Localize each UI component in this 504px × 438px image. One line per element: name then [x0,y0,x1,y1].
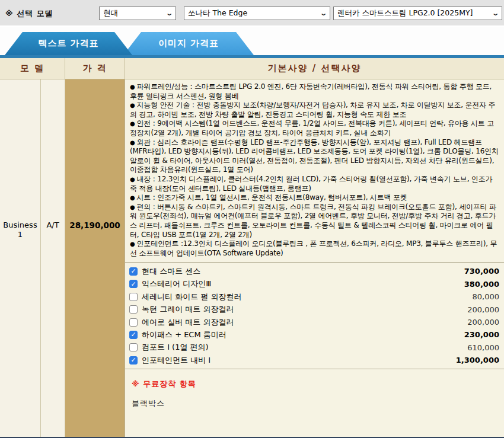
option-row: 세레니티 화이트 펄 외장컬러80,000 [129,290,499,303]
spec-list: ●파워트레인/성능 : 스마트스트림 LPG 2.0 엔진, 6단 자동변속기(… [125,79,504,262]
option-price: 610,000 [467,343,499,352]
option-label: 익스테리어 디자인Ⅲ [142,279,211,289]
option-row: ✓인포테인먼트 내비 I1,300,000 [129,354,499,366]
bullet-icon: ● [130,204,135,210]
select-model-label: ※ 선택 모델 [5,8,53,19]
trim-select[interactable]: 렌터카 스마트스트림 LPG2.0 [2025MY] ⌄ [333,7,502,20]
bullet-icon: ● [130,241,135,247]
spec-line: ●편의 : 버튼시동 & 스마트키, 스마트키 원격시동, 스마트 트렁크, 전… [130,203,499,239]
option-checkbox[interactable]: ✓ [129,267,138,276]
transmission: A/T [41,220,65,230]
option-row: 컴포트 I (1열 편의)610,000 [129,341,499,354]
option-label: 현대 스마트 센스 [142,266,200,277]
option-label: 하이패스 + ECM 룸미러 [142,330,227,340]
chevron-down-icon: ⌄ [165,9,173,17]
free-items-title: ※ 무료장착 항목 [132,379,499,389]
option-label: 에어로 실버 매트 외장컬러 [142,317,234,328]
spec-line: ●안전 : 9에어백 시스템(1열 어드밴스드, 운전석 무릎, 1/2열 사이… [130,119,499,138]
spec-line: ●파워트레인/성능 : 스마트스트림 LPG 2.0 엔진, 6단 자동변속기(… [130,82,499,101]
free-item: 블랙박스 [132,398,499,409]
option-checkbox[interactable] [129,293,138,301]
option-row: ✓익스테리어 디자인Ⅲ380,000 [129,278,499,290]
bullet-icon: ● [130,139,135,146]
maker-select[interactable]: 현대 ⌄ [99,7,176,20]
chevron-down-icon: ⌄ [492,9,499,17]
option-row: ✓현대 스마트 센스730,000 [129,265,499,277]
bullet-icon: ● [130,120,135,127]
option-row: 녹턴 그레이 매트 외장컬러200,000 [129,303,499,315]
spec-option-cell: ●파워트레인/성능 : 스마트스트림 LPG 2.0 엔진, 6단 자동변속기(… [125,79,504,437]
option-price: 230,000 [464,330,499,339]
option-price: 200,000 [467,305,499,314]
header-model: 모 델 [0,58,65,79]
bullet-icon: ● [130,176,135,183]
maker-select-value: 현대 [103,8,118,18]
option-label: 녹턴 그레이 매트 외장컬러 [142,304,234,315]
spec-line: ●지능형 안전 기술 : 전방 충돌방지 보조(차량/보행자/자전거 탑승자),… [130,101,499,119]
price-cell: 28,190,000 [65,79,125,437]
option-checkbox[interactable] [129,318,138,327]
option-price: 730,000 [464,267,499,276]
option-row: 에어로 실버 매트 외장컬러200,000 [129,316,499,328]
tab-image-price[interactable]: 이미지 가격표 [123,32,254,55]
bullet-icon: ● [130,194,135,201]
free-item-list: 블랙박스 [132,398,499,409]
model-name-cell: Business 1 [0,79,41,437]
option-label: 인포테인먼트 내비 I [142,355,210,366]
table-header: 모 델 가 격 기본사양 / 선택사양 [0,58,504,79]
header-price: 가 격 [65,58,125,79]
option-label: 세레니티 화이트 펄 외장컬러 [142,292,241,302]
option-checkbox[interactable]: ✓ [129,331,138,339]
model-select[interactable]: 쏘나타 The Edge ⌄ [184,7,330,20]
spec-line: ●내장 : 12.3인치 디스플레이, 클러스터(4.2인치 컬러 LCD), … [130,175,499,193]
free-items-section: ※ 무료장착 항목 블랙박스 [125,369,504,409]
option-checkbox[interactable]: ✓ [129,356,138,365]
option-row: ✓하이패스 + ECM 룸미러230,000 [129,328,499,341]
option-checkbox[interactable]: ✓ [129,280,138,288]
tab-text-price[interactable]: 텍스트 가격표 [5,32,132,55]
bullet-icon: ● [130,102,135,108]
option-price: 380,000 [464,280,499,289]
trim-row: Business 1 A/T 28,190,000 ●파워트레인/성능 : 스마… [0,79,504,438]
option-label: 컴포트 I (1열 편의) [142,342,209,353]
spec-line: ●시트 : 인조가죽 시트, 1열 열선시트, 운전석 전동시트(8way, 럼… [130,193,499,203]
option-price: 200,000 [467,318,499,327]
price-table-tabs: 텍스트 가격표 이미지 가격표 [0,27,504,55]
option-price: 80,000 [473,292,500,301]
header-spec: 기본사양 / 선택사양 [125,58,504,79]
bullet-icon: ● [130,84,135,90]
trim-price: 28,190,000 [65,220,125,230]
transmission-cell: A/T [41,79,65,437]
option-price: 1,300,000 [456,356,499,365]
trim-select-value: 렌터카 스마트스트림 LPG2.0 [2025MY] [337,8,473,18]
model-select-value: 쏘나타 The Edge [188,8,247,18]
option-list: ✓현대 스마트 센스730,000✓익스테리어 디자인Ⅲ380,000세레니티 … [125,262,504,369]
spec-line: ●인포테인먼트 :12.3인치 디스플레이 오디오(블루링크 , 폰 프로젝션,… [130,239,499,258]
option-checkbox[interactable] [129,305,138,314]
model-name: Business 1 [0,220,40,239]
spec-line: ●외관 : 심리스 호라이즌 램프(수평형 LED 램프-주간주행등, 방향지시… [130,138,499,175]
option-checkbox[interactable] [129,343,138,351]
model-select-bar: ※ 선택 모델 현대 ⌄ 쏘나타 The Edge ⌄ 렌터카 스마트스트림 L… [0,0,504,27]
chevron-down-icon: ⌄ [320,9,327,17]
